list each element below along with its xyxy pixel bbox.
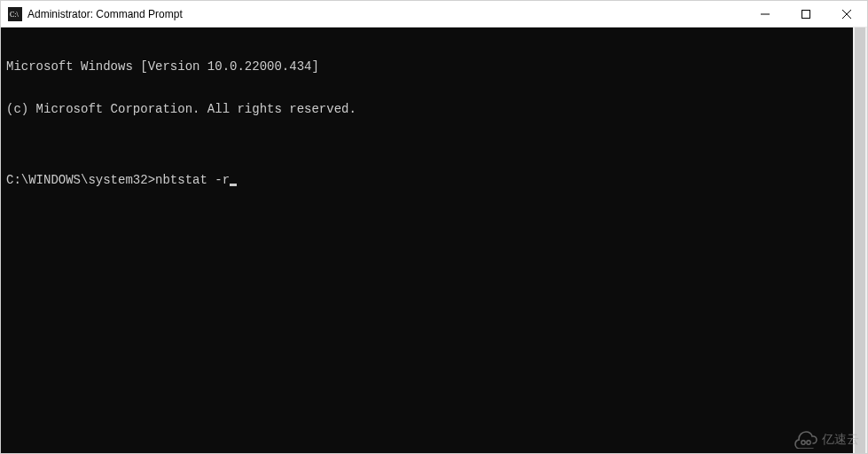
window-title: Administrator: Command Prompt bbox=[27, 8, 745, 20]
copyright-line: (c) Microsoft Corporation. All rights re… bbox=[6, 102, 848, 116]
close-button[interactable] bbox=[826, 1, 867, 27]
terminal-area: Microsoft Windows [Version 10.0.22000.43… bbox=[1, 27, 867, 453]
minimize-button[interactable] bbox=[745, 1, 786, 27]
maximize-button[interactable] bbox=[786, 1, 826, 27]
cmd-icon: C:\ bbox=[8, 7, 22, 21]
prompt-line: C:\WINDOWS\system32>nbtstat -r bbox=[6, 173, 848, 187]
prompt-path: C:\WINDOWS\system32> bbox=[6, 173, 155, 187]
svg-rect-3 bbox=[802, 10, 810, 18]
typed-command: nbtstat -r bbox=[155, 173, 230, 187]
command-prompt-window: C:\ Administrator: Command Prompt Micros… bbox=[0, 0, 868, 454]
terminal[interactable]: Microsoft Windows [Version 10.0.22000.43… bbox=[1, 27, 853, 453]
cursor bbox=[230, 184, 237, 186]
svg-text:C:\: C:\ bbox=[10, 11, 20, 19]
vertical-scrollbar[interactable] bbox=[853, 27, 867, 453]
titlebar[interactable]: C:\ Administrator: Command Prompt bbox=[1, 1, 867, 27]
version-line: Microsoft Windows [Version 10.0.22000.43… bbox=[6, 59, 848, 74]
window-controls bbox=[745, 1, 867, 27]
scrollbar-thumb[interactable] bbox=[855, 27, 865, 453]
